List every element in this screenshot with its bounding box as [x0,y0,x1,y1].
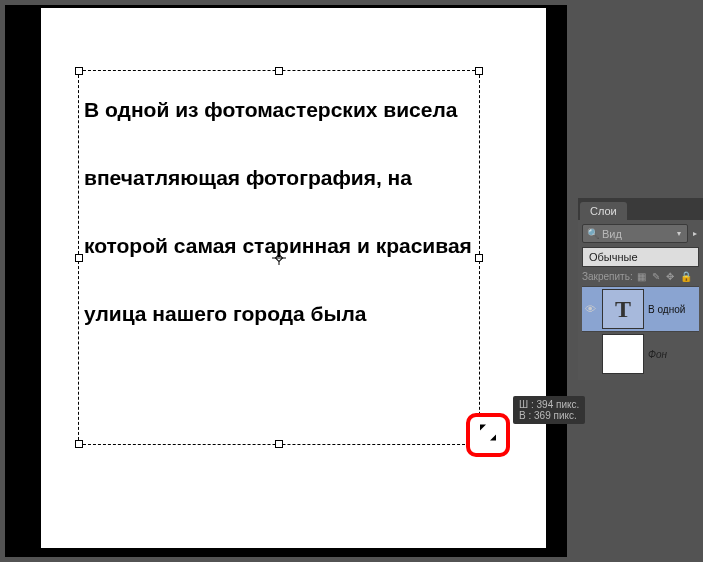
handle-tm[interactable] [275,67,283,75]
handle-mr[interactable] [475,254,483,262]
tab-layers[interactable]: Слои [580,202,627,220]
workspace: В одной из фотомастерских висела впечатл… [5,5,567,557]
tooltip-height-value: 369 пикс. [534,410,577,421]
tooltip-width-value: 394 пикс. [537,399,580,410]
visibility-toggle[interactable]: 👁 [582,303,598,315]
panel-tab-strip: Слои [578,198,703,220]
handle-tr[interactable] [475,67,483,75]
lock-all-icon[interactable]: 🔒 [680,271,692,282]
handle-bl[interactable] [75,440,83,448]
text-bounding-box[interactable]: В одной из фотомастерских висела впечатл… [78,70,480,445]
lock-pixels-icon[interactable]: ▦ [637,271,646,282]
layer-thumbnail [602,334,644,374]
layer-thumbnail: T [602,289,644,329]
layer-name[interactable]: В одной [648,304,685,315]
resize-cursor-highlight [466,413,510,457]
lock-label: Закрепить: [582,271,633,282]
layer-filter-label: Вид [602,228,622,240]
blend-mode-dropdown[interactable]: Обычные [582,247,699,267]
panel-right-arrow-icon[interactable]: ▸ [691,227,699,240]
layer-row[interactable]: Фон [582,331,699,376]
lock-brush-icon[interactable]: ✎ [652,271,660,282]
document-canvas[interactable]: В одной из фотомастерских висела впечатл… [41,8,546,548]
layer-row[interactable]: 👁 T В одной [582,286,699,331]
chevron-down-icon: ▾ [675,227,683,240]
search-icon: 🔍 [587,228,599,239]
lock-row: Закрепить: ▦ ✎ ✥ 🔒 [582,271,699,282]
layers-panel: Слои 🔍 Вид ▾ ▸ Обычные Закрепить: ▦ ✎ ✥ … [578,198,703,380]
layer-filter-dropdown[interactable]: 🔍 Вид ▾ [582,224,688,243]
tooltip-height-label: В : [519,410,531,421]
resize-diagonal-cursor-icon [478,423,498,448]
tooltip-width-label: Ш : [519,399,534,410]
handle-bm[interactable] [275,440,283,448]
handle-tl[interactable] [75,67,83,75]
layer-name[interactable]: Фон [648,349,667,360]
lock-move-icon[interactable]: ✥ [666,271,674,282]
handle-ml[interactable] [75,254,83,262]
text-content[interactable]: В одной из фотомастерских висела впечатл… [84,76,474,348]
dimensions-tooltip: Ш : 394 пикс. В : 369 пикс. [513,396,585,424]
